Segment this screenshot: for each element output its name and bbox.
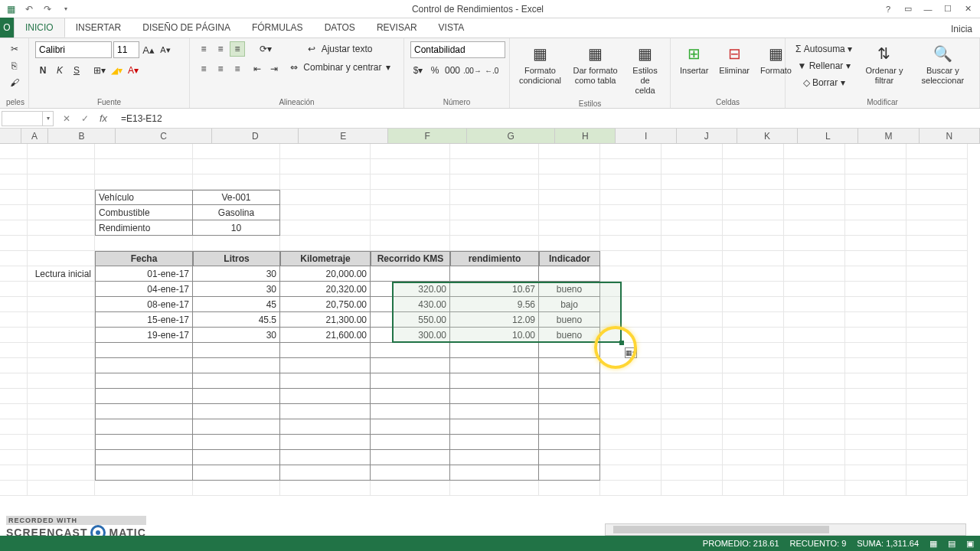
- align-top-icon[interactable]: ≡: [196, 41, 211, 57]
- cell[interactable]: [784, 481, 845, 496]
- cell[interactable]: [28, 159, 95, 174]
- cell[interactable]: 30: [193, 282, 280, 297]
- cell[interactable]: [906, 190, 968, 205]
- cell[interactable]: [906, 465, 968, 481]
- cell[interactable]: [784, 190, 845, 205]
- cell[interactable]: [0, 481, 28, 496]
- formula-input[interactable]: =E13-E12: [116, 109, 980, 128]
- cell[interactable]: [539, 373, 600, 389]
- cell[interactable]: [280, 174, 371, 190]
- fill-button[interactable]: ▼ Rellenar ▾: [792, 58, 856, 73]
- cell[interactable]: 10.67: [450, 282, 539, 297]
- delete-cells-button[interactable]: ⊟Eliminar: [716, 41, 753, 77]
- cell[interactable]: [0, 404, 28, 419]
- cell[interactable]: [845, 174, 906, 190]
- view-break-icon[interactable]: ▣: [966, 539, 974, 549]
- cell[interactable]: [600, 481, 662, 496]
- cell[interactable]: [662, 328, 723, 343]
- cell[interactable]: [784, 205, 845, 220]
- cell[interactable]: [0, 358, 28, 373]
- tab-insertar[interactable]: INSERTAR: [65, 18, 132, 37]
- col-header[interactable]: D: [212, 129, 299, 143]
- cell[interactable]: [723, 343, 784, 358]
- orientation-icon[interactable]: ⟳▾: [250, 41, 282, 57]
- cell[interactable]: [600, 236, 662, 251]
- cell[interactable]: [0, 373, 28, 389]
- cell[interactable]: [0, 389, 28, 404]
- col-header[interactable]: L: [798, 129, 858, 143]
- fill-handle[interactable]: [619, 341, 624, 345]
- cell[interactable]: [280, 190, 371, 205]
- cell[interactable]: [28, 435, 95, 450]
- cell[interactable]: [193, 144, 280, 159]
- cell[interactable]: [539, 404, 600, 419]
- cell[interactable]: [845, 343, 906, 358]
- cell[interactable]: [193, 159, 280, 174]
- spreadsheet-grid[interactable]: A B C D E F G H I J K L M N VehículoVe-0…: [0, 129, 980, 496]
- cancel-formula-icon[interactable]: ✕: [60, 112, 74, 126]
- comma-icon[interactable]: 000: [444, 63, 461, 78]
- horizontal-scrollbar[interactable]: [605, 523, 966, 536]
- cell[interactable]: [193, 435, 280, 450]
- scrollbar-thumb[interactable]: [613, 526, 829, 533]
- cell[interactable]: Ve-001: [193, 190, 280, 205]
- cell[interactable]: [28, 389, 95, 404]
- cell[interactable]: [371, 481, 450, 496]
- cell[interactable]: [906, 220, 968, 236]
- cell[interactable]: [539, 266, 600, 282]
- view-normal-icon[interactable]: ▦: [929, 539, 937, 549]
- cell[interactable]: [662, 389, 723, 404]
- autofill-options-icon[interactable]: ▦▾: [625, 347, 637, 358]
- cell[interactable]: [906, 174, 968, 190]
- cell[interactable]: [450, 174, 539, 190]
- tab-datos[interactable]: DATOS: [314, 18, 366, 37]
- cell[interactable]: [662, 404, 723, 419]
- cell[interactable]: [450, 465, 539, 481]
- increase-indent-icon[interactable]: ⇥: [266, 61, 282, 77]
- cell[interactable]: 320.00: [371, 282, 450, 297]
- cell[interactable]: [371, 220, 450, 236]
- cell[interactable]: [280, 220, 371, 236]
- cell[interactable]: [539, 465, 600, 481]
- decrease-indent-icon[interactable]: ⇤: [250, 61, 265, 77]
- cell[interactable]: [28, 328, 95, 343]
- tab-inicio[interactable]: INICIO: [14, 18, 65, 37]
- cell[interactable]: bueno: [539, 328, 600, 343]
- cell[interactable]: 45: [193, 297, 280, 312]
- clear-button[interactable]: ◇ Borrar ▾: [792, 75, 856, 90]
- cell[interactable]: [280, 159, 371, 174]
- cell[interactable]: [784, 358, 845, 373]
- cell[interactable]: [600, 190, 662, 205]
- cell[interactable]: [845, 404, 906, 419]
- cell[interactable]: [723, 328, 784, 343]
- cell[interactable]: [371, 404, 450, 419]
- cell[interactable]: [662, 435, 723, 450]
- cell[interactable]: [845, 373, 906, 389]
- cell[interactable]: [280, 343, 371, 358]
- cell[interactable]: [539, 419, 600, 435]
- cell[interactable]: [845, 190, 906, 205]
- find-select-button[interactable]: 🔍Buscar y seleccionar: [913, 41, 973, 87]
- cell[interactable]: [28, 419, 95, 435]
- cell[interactable]: [600, 435, 662, 450]
- cell[interactable]: 20,000.00: [280, 266, 371, 282]
- cell[interactable]: [371, 465, 450, 481]
- cell[interactable]: [28, 297, 95, 312]
- cell[interactable]: 20,750.00: [280, 297, 371, 312]
- percent-icon[interactable]: %: [427, 63, 443, 78]
- cell[interactable]: [662, 190, 723, 205]
- cell[interactable]: Indicador: [539, 251, 600, 266]
- cell[interactable]: [906, 282, 968, 297]
- tab-formulas[interactable]: FÓRMULAS: [241, 18, 314, 37]
- cell[interactable]: [723, 159, 784, 174]
- cell[interactable]: 430.00: [371, 297, 450, 312]
- cell[interactable]: [600, 389, 662, 404]
- cell[interactable]: [723, 282, 784, 297]
- cell[interactable]: [0, 419, 28, 435]
- cell[interactable]: [662, 481, 723, 496]
- cell[interactable]: [450, 220, 539, 236]
- cell[interactable]: [539, 358, 600, 373]
- cell[interactable]: [371, 236, 450, 251]
- col-header[interactable]: C: [116, 129, 213, 143]
- cell[interactable]: [28, 236, 95, 251]
